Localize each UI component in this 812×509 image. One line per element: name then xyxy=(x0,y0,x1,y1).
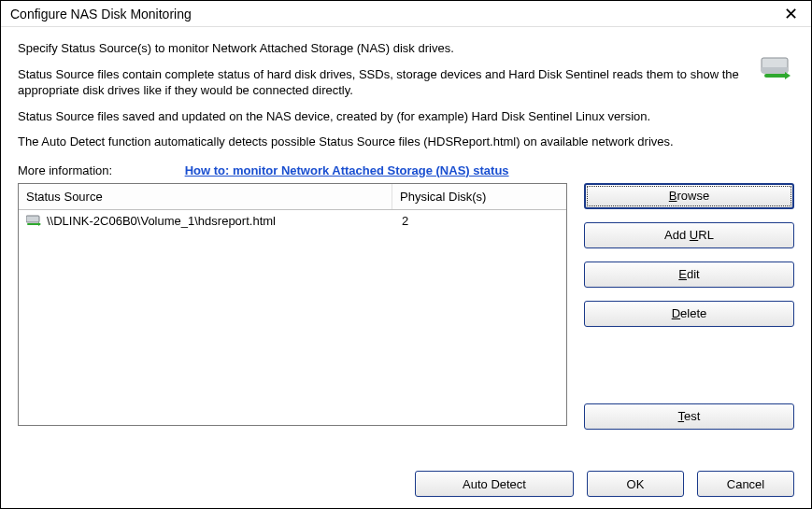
svg-rect-1 xyxy=(762,67,788,73)
list-header: Status Source Physical Disk(s) xyxy=(19,184,566,210)
svg-rect-3 xyxy=(26,216,39,222)
nas-row-icon xyxy=(26,215,41,226)
edit-button[interactable]: Edit xyxy=(584,262,794,288)
cancel-button[interactable]: Cancel xyxy=(697,471,794,497)
close-icon: ✕ xyxy=(784,4,798,24)
status-source-list[interactable]: Status Source Physical Disk(s) \\DLINK-2… xyxy=(18,183,567,426)
window-title: Configure NAS Disk Monitoring xyxy=(10,7,192,21)
close-button[interactable]: ✕ xyxy=(774,2,807,26)
description-line-1: Specify Status Source(s) to monitor Netw… xyxy=(18,40,756,57)
browse-button[interactable]: Browse xyxy=(584,183,794,209)
howto-link[interactable]: How to: monitor Network Attached Storage… xyxy=(185,163,509,177)
svg-marker-4 xyxy=(38,222,41,226)
row-path: \\DLINK-2C06B0\Volume_1\hdsreport.html xyxy=(47,214,276,228)
description-line-3: Status Source files saved and updated on… xyxy=(18,108,756,125)
more-info-label: More information: xyxy=(18,163,181,177)
auto-detect-button[interactable]: Auto Detect xyxy=(415,471,574,497)
bottom-button-bar: Auto Detect OK Cancel xyxy=(415,471,794,497)
column-header-status-source[interactable]: Status Source xyxy=(19,184,392,209)
side-button-column: Browse Add URL Edit Delete Test xyxy=(584,183,794,430)
description-line-4: The Auto Detect function automatically d… xyxy=(18,134,756,150)
svg-marker-2 xyxy=(785,72,791,79)
titlebar: Configure NAS Disk Monitoring ✕ xyxy=(1,1,811,27)
more-info-row: More information: How to: monitor Networ… xyxy=(18,163,794,177)
ok-button[interactable]: OK xyxy=(587,471,684,497)
description-block: Specify Status Source(s) to monitor Netw… xyxy=(1,27,811,177)
description-line-2: Status Source files contain complete sta… xyxy=(18,66,756,99)
add-url-button[interactable]: Add URL xyxy=(584,222,794,248)
row-disks: 2 xyxy=(400,214,559,228)
list-item[interactable]: \\DLINK-2C06B0\Volume_1\hdsreport.html 2 xyxy=(19,210,566,232)
nas-device-icon xyxy=(761,57,791,81)
test-button[interactable]: Test xyxy=(584,403,794,430)
delete-button[interactable]: Delete xyxy=(584,301,794,327)
column-header-physical-disks[interactable]: Physical Disk(s) xyxy=(392,184,566,209)
